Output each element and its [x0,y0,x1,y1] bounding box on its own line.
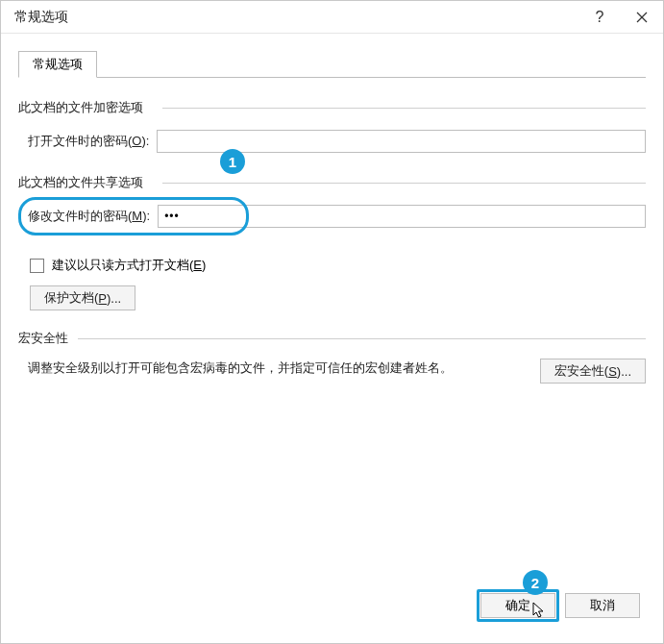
section-macro-security: 宏安全性 调整安全级别以打开可能包含宏病毒的文件，并指定可信任的宏创建者姓名。 … [18,330,646,384]
macro-button-col: 宏安全性(S)... [540,359,646,384]
ok-button[interactable]: 确定 [480,593,555,618]
section-sharing: 此文档的文件共享选项 1 修改文件时的密码(M): 建议以只读方式打开文档(E) [18,174,646,310]
label-modify-password: 修改文件时的密码(M): [28,208,150,225]
bottom-bar: 确定 取消 [18,582,646,630]
button-protect-document[interactable]: 保护文档(P)... [30,285,135,310]
section-encryption-title: 此文档的文件加密选项 [18,99,646,116]
macro-description: 调整安全级别以打开可能包含宏病毒的文件，并指定可信任的宏创建者姓名。 [28,359,540,378]
cancel-button[interactable]: 取消 [565,593,640,618]
label-readonly: 建议以只读方式打开文档(E) [52,257,206,274]
tab-underline [18,77,646,78]
spacer [18,384,646,582]
input-open-password[interactable] [157,130,646,153]
cancel-label: 取消 [590,597,615,614]
titlebar: 常规选项 ? [1,1,663,34]
section-sharing-title: 此文档的文件共享选项 [18,174,646,191]
label-open-password: 打开文件时的密码(O): [28,133,149,150]
close-icon [636,12,648,23]
row-modify-password: 修改文件时的密码(M): [18,205,646,228]
close-button[interactable] [621,1,663,34]
section-encryption: 此文档的文件加密选项 打开文件时的密码(O): [18,99,646,153]
tab-general-options[interactable]: 常规选项 [18,51,97,78]
help-button[interactable]: ? [578,1,621,34]
row-macro: 调整安全级别以打开可能包含宏病毒的文件，并指定可信任的宏创建者姓名。 宏安全性(… [18,359,646,384]
help-icon: ? [596,9,604,26]
tabstrip: 常规选项 [18,51,646,78]
tab-label: 常规选项 [33,56,83,73]
ok-label: 确定 [505,597,530,614]
section-macro-title: 宏安全性 [18,330,646,347]
button-macro-security[interactable]: 宏安全性(S)... [540,359,646,384]
row-open-password: 打开文件时的密码(O): [18,130,646,153]
checkbox-readonly[interactable] [30,259,44,273]
dialog-content: 常规选项 此文档的文件加密选项 打开文件时的密码(O): 此文档的文件共享选项 … [1,34,663,643]
dialog-window: 常规选项 ? 常规选项 此文档的文件加密选项 打开文件时的密码(O): [0,0,664,644]
row-protect-doc: 保护文档(P)... [18,285,646,310]
input-modify-password[interactable] [158,205,646,228]
row-readonly-suggest: 建议以只读方式打开文档(E) [18,257,646,274]
ok-button-wrap: 确定 [480,593,555,618]
titlebar-title: 常规选项 [14,9,578,26]
